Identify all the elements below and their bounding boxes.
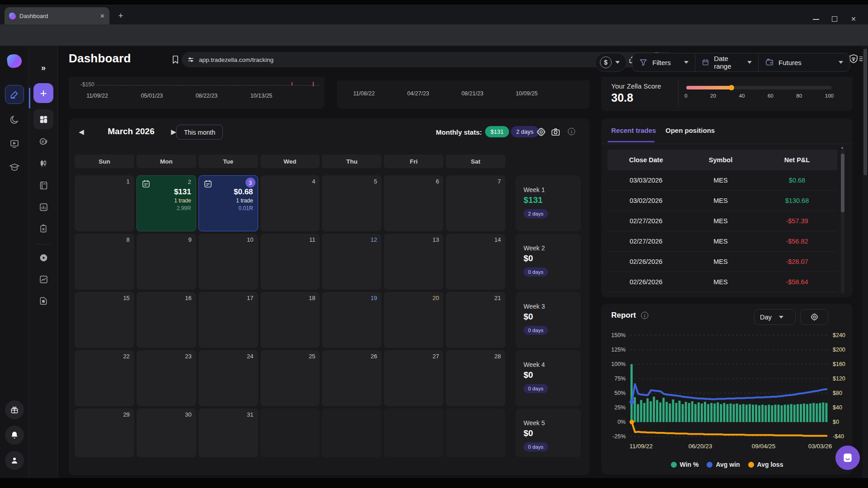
add-trade-button[interactable]: + <box>33 83 53 103</box>
calendar-day-14[interactable]: 14 <box>446 234 505 290</box>
new-tab-button[interactable]: + <box>115 10 127 22</box>
trade-row[interactable]: 03/03/2026MES$0.68 <box>608 170 837 191</box>
site-settings-icon[interactable] <box>187 56 194 63</box>
calendar-day-27[interactable]: 27 <box>384 350 443 406</box>
calendar-day-18[interactable]: 18 <box>260 292 320 348</box>
journal-pen-button[interactable] <box>5 85 24 104</box>
calendar-day-20[interactable]: 20 <box>384 292 443 348</box>
replay-screen-icon[interactable] <box>9 138 20 149</box>
screenshot-camera-icon[interactable] <box>551 127 561 137</box>
nav-replay[interactable] <box>33 248 53 267</box>
bookmark-icon[interactable] <box>170 54 181 65</box>
nav-insights[interactable] <box>33 291 53 311</box>
calendar-day-25[interactable]: 25 <box>260 350 320 406</box>
nav-analytics[interactable] <box>33 269 53 289</box>
calendar-day-19[interactable]: 19 <box>322 292 382 348</box>
weekday-label: Sun <box>75 155 134 168</box>
tab-open-positions[interactable]: Open positions <box>665 127 715 134</box>
calendar-day-5[interactable]: 5 <box>322 175 382 231</box>
nav-dashboard[interactable] <box>33 109 53 129</box>
window-maximize-icon[interactable] <box>832 16 837 22</box>
url-text[interactable]: app.tradezella.com/tracking <box>199 56 609 63</box>
scroll-up-arrow[interactable]: ▲ <box>840 145 844 150</box>
x-tick-label: 11/08/22 <box>353 90 375 97</box>
calendar-day-31[interactable]: 31 <box>198 408 258 457</box>
browser-tab[interactable]: Dashboard ✕ <box>5 7 109 24</box>
report-settings-button[interactable] <box>800 309 828 325</box>
window-minimize-icon[interactable] <box>813 19 819 20</box>
trade-row[interactable]: 02/26/2026MES-$28.07 <box>608 252 837 272</box>
calendar-day-7[interactable]: 7 <box>446 175 505 231</box>
report-period-select[interactable]: Day <box>754 309 796 325</box>
calendar-day-26[interactable]: 26 <box>322 350 382 406</box>
week-days-badge: 0 days <box>524 326 548 335</box>
calendar-day-9[interactable]: 9 <box>137 234 196 290</box>
nav-trades[interactable] <box>33 154 53 174</box>
calendar-day-29[interactable]: 29 <box>75 408 134 457</box>
chevron-down-icon <box>839 61 843 64</box>
trade-row[interactable]: 02/27/2026MES-$56.82 <box>608 231 837 252</box>
calendar-day-28[interactable]: 28 <box>446 350 505 406</box>
calendar-day-2[interactable]: 2$1311 trade2.99R <box>137 175 196 231</box>
currency-selector[interactable]: $ <box>595 53 627 72</box>
day-trade-count: 1 trade <box>174 197 191 204</box>
week-label: Week 3 <box>524 303 581 310</box>
tab-recent-trades[interactable]: Recent trades <box>611 127 656 134</box>
nav-journal[interactable] <box>33 175 53 195</box>
legend-item-win-: Win % <box>671 461 699 468</box>
calendar-day-24[interactable]: 24 <box>198 350 258 406</box>
calendar-day-16[interactable]: 16 <box>137 292 196 348</box>
calendar-day-11[interactable]: 11 <box>260 234 320 290</box>
nav-backtesting[interactable] <box>33 219 53 239</box>
zella-score-value: 30.8 <box>611 91 633 104</box>
calendar-day-12[interactable]: 12 <box>322 234 382 290</box>
window-close-icon[interactable]: ✕ <box>851 15 856 23</box>
chevron-down-icon <box>684 61 689 64</box>
calendar-info-icon[interactable]: i <box>568 128 575 135</box>
this-month-button[interactable]: This month <box>176 125 223 140</box>
calendar-day-17[interactable]: 17 <box>198 292 258 348</box>
filters-button[interactable]: Filters <box>632 53 695 71</box>
calendar-day-22[interactable]: 22 <box>75 350 134 406</box>
calendar-day-30[interactable]: 30 <box>137 408 196 457</box>
trade-net-pnl: -$56.82 <box>757 238 837 245</box>
trade-row[interactable]: 02/27/2026MES-$57.39 <box>608 211 837 231</box>
prev-month-button[interactable]: ◀ <box>75 126 88 138</box>
calendar-day-10[interactable]: 10 <box>198 234 258 290</box>
calendar-day-8[interactable]: 8 <box>75 234 134 290</box>
rewards-gift-button[interactable] <box>5 400 24 419</box>
trade-row[interactable]: 03/02/2026MES$130.68 <box>608 191 837 211</box>
education-cap-icon[interactable] <box>9 162 20 173</box>
trades-scrollbar[interactable] <box>841 150 844 294</box>
x-tick-label: 10/13/25 <box>250 93 273 99</box>
nav-notebook[interactable] <box>33 132 53 152</box>
week-pnl: $0 <box>524 253 581 263</box>
date-range-button[interactable]: Date range <box>695 53 758 71</box>
weekday-header-row: SunMonTueWedThuFriSat <box>75 155 505 168</box>
tab-close-icon[interactable]: ✕ <box>100 13 105 19</box>
moon-icon[interactable] <box>9 115 20 126</box>
trades-scrollbar-thumb[interactable] <box>841 154 844 212</box>
calendar-day-4[interactable]: 4 <box>260 175 320 231</box>
report-info-icon[interactable]: i <box>641 312 648 319</box>
chevron-down-icon <box>747 61 752 64</box>
monthly-pnl-badge: $131 <box>485 126 509 137</box>
collapse-sidebar-chevrons[interactable]: » <box>33 58 53 78</box>
nav-reports[interactable] <box>33 197 53 217</box>
calendar-day-21[interactable]: 21 <box>446 292 505 348</box>
account-selector-button[interactable]: Futures <box>758 53 849 71</box>
calendar-day-1[interactable]: 1 <box>75 175 134 231</box>
calendar-day-6[interactable]: 6 <box>384 175 443 231</box>
tab-title: Dashboard <box>19 13 96 19</box>
calendar-day-15[interactable]: 15 <box>75 292 134 348</box>
x-tick-label: 11/09/22 <box>86 93 108 99</box>
calendar-settings-gear-icon[interactable] <box>536 127 546 137</box>
calendar-day-3[interactable]: 3$0.681 trade0.01R <box>198 175 258 231</box>
calendar-day-13[interactable]: 13 <box>384 234 443 290</box>
profile-button[interactable] <box>5 451 24 470</box>
trade-row[interactable]: 02/26/2026MES-$58.64 <box>608 272 837 292</box>
page-scrollbar-thumb[interactable] <box>863 49 867 175</box>
support-chat-button[interactable] <box>835 446 860 470</box>
notifications-button[interactable] <box>5 426 24 445</box>
calendar-day-23[interactable]: 23 <box>137 350 196 406</box>
